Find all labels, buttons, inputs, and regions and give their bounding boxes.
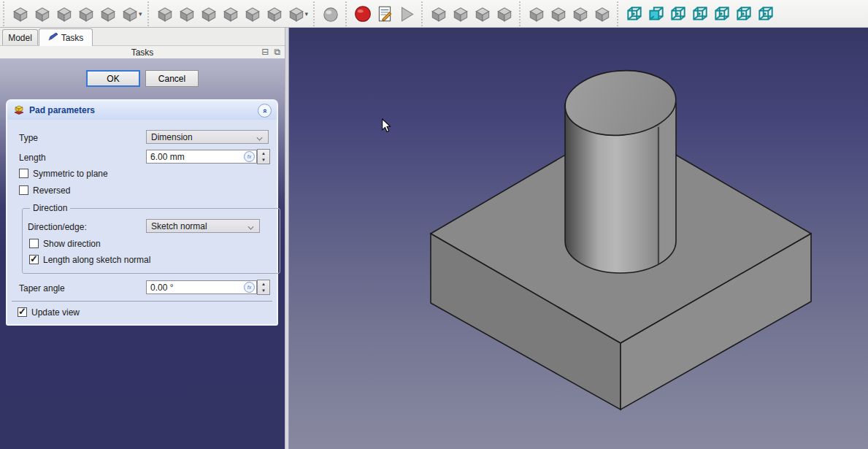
update-view-checkbox[interactable] [18, 307, 27, 317]
taper-angle-value: 0.00 ° [150, 283, 244, 293]
update-view-label: Update view [31, 307, 80, 318]
draft-icon[interactable] [472, 3, 493, 25]
toolbar-group-std-views [617, 1, 779, 26]
pad-model-scene [289, 28, 868, 449]
view-right-icon[interactable] [689, 3, 711, 25]
hole-icon[interactable] [176, 3, 198, 25]
additive-loft-icon[interactable] [53, 3, 75, 25]
pad-icon[interactable] [9, 3, 31, 25]
panel-title: Tasks [0, 47, 285, 58]
task-panel: Model Tasks Tasks ⊟ ⧉ OK Cancel [0, 28, 285, 449]
subtractive-primitive-dropdown-icon[interactable]: ▾ [305, 10, 309, 18]
type-value: Dimension [151, 132, 193, 142]
additive-pipe-icon[interactable] [75, 3, 97, 25]
chevron-down-icon [248, 224, 255, 229]
macro-execute-icon[interactable] [396, 3, 418, 25]
multitransform-icon[interactable] [591, 3, 613, 25]
pad-parameters-box: Pad parameters » Type Dimension Length 6… [6, 99, 278, 326]
view-front-icon[interactable] [645, 3, 667, 25]
float-panel-icon[interactable]: ⧉ [274, 47, 280, 57]
fillet-icon[interactable] [428, 3, 450, 25]
view-bottom-icon[interactable] [733, 3, 755, 25]
reversed-label: Reversed [33, 185, 70, 196]
tab-tasks-label: Tasks [61, 33, 84, 43]
spin-down-icon[interactable]: ▼ [258, 288, 269, 295]
cancel-button[interactable]: Cancel [145, 70, 199, 87]
tab-tasks[interactable]: Tasks [39, 28, 93, 46]
groove-icon[interactable] [198, 3, 220, 25]
mirrored-icon[interactable] [526, 3, 548, 25]
tab-model-label: Model [8, 33, 32, 43]
type-label: Type [19, 133, 38, 143]
toolbar-group-dress-up [421, 1, 518, 26]
spin-up-icon[interactable]: ▲ [258, 280, 269, 288]
view-rear-icon[interactable] [711, 3, 733, 25]
additive-primitive-icon[interactable] [119, 3, 141, 25]
direction-edge-value: Sketch normal [151, 221, 207, 231]
separator-line [12, 301, 272, 302]
toolbar-group-modeling-additive: ▾ [3, 1, 146, 26]
direction-group-label: Direction [30, 203, 70, 213]
pad-parameters-header: Pad parameters » [7, 101, 277, 120]
show-direction-checkbox[interactable] [29, 239, 39, 248]
task-panel-body: OK Cancel Pad parameters » Type [0, 58, 285, 449]
reversed-checkbox[interactable] [19, 185, 28, 195]
toolbar-group-transform [519, 1, 615, 26]
length-input[interactable]: 6.00 mm fx [146, 150, 257, 164]
chamfer-icon[interactable] [450, 3, 472, 25]
chevron-down-icon [257, 135, 264, 139]
pad-icon [13, 104, 25, 118]
type-combobox[interactable]: Dimension [146, 130, 269, 144]
view-isometric-icon[interactable] [623, 3, 645, 25]
pencil-icon [48, 32, 58, 43]
view-left-icon[interactable] [755, 3, 777, 25]
primitive-sphere-icon[interactable] [320, 3, 342, 25]
length-along-checkbox[interactable] [29, 255, 39, 264]
length-along-label: Length along sketch normal [43, 255, 150, 265]
length-value: 6.00 mm [150, 152, 244, 162]
panel-tabbar: Model Tasks [0, 28, 285, 46]
direction-edge-label: Direction/edge: [28, 222, 87, 232]
polar-pattern-icon[interactable] [569, 3, 591, 25]
3d-viewport[interactable] [289, 28, 868, 449]
additive-primitive-dropdown-icon[interactable]: ▾ [139, 10, 142, 18]
macro-record-icon[interactable] [352, 3, 374, 25]
direction-edge-combobox[interactable]: Sketch normal [146, 219, 260, 233]
pocket-icon[interactable] [154, 3, 176, 25]
toolbar-group-macro [345, 1, 420, 26]
tab-model[interactable]: Model [2, 29, 38, 45]
pad-parameters-title: Pad parameters [29, 105, 95, 115]
additive-helix-icon[interactable] [97, 3, 119, 25]
subtractive-helix-icon[interactable] [264, 3, 285, 25]
toolbar-group-modeling-subtractive: ▾ [147, 1, 312, 26]
collapse-taskbox-icon[interactable]: » [258, 104, 272, 118]
mouse-cursor [380, 118, 393, 133]
dock-panel-icon[interactable]: ⊟ [261, 47, 269, 57]
subtractive-primitive-icon[interactable] [285, 3, 307, 25]
length-label: Length [19, 153, 46, 163]
view-top-icon[interactable] [667, 3, 689, 25]
main-toolbar: ▾▾ [0, 0, 868, 28]
panel-titlebar: Tasks ⊟ ⧉ [0, 46, 285, 58]
subtractive-loft-icon[interactable] [242, 3, 264, 25]
linear-pattern-icon[interactable] [548, 3, 569, 25]
symmetric-checkbox[interactable] [19, 169, 28, 178]
symmetric-label: Symmetric to plane [33, 169, 108, 179]
subtractive-pipe-icon[interactable] [220, 3, 242, 25]
taper-angle-label: Taper angle [19, 283, 65, 293]
macro-edit-icon[interactable] [374, 3, 396, 25]
spin-down-icon[interactable]: ▼ [258, 157, 269, 164]
length-spinner[interactable]: ▲ ▼ [257, 149, 270, 164]
taper-angle-input[interactable]: 0.00 ° fx [146, 280, 257, 294]
thickness-icon[interactable] [493, 3, 515, 25]
expression-editor-icon[interactable]: fx [244, 282, 255, 293]
toolbar-group-primitive [313, 1, 344, 26]
revolution-icon[interactable] [31, 3, 53, 25]
ok-button[interactable]: OK [86, 70, 140, 87]
expression-editor-icon[interactable]: fx [244, 151, 255, 162]
spin-up-icon[interactable]: ▲ [258, 150, 269, 157]
show-direction-label: Show direction [43, 239, 101, 249]
taper-spinner[interactable]: ▲ ▼ [257, 280, 270, 295]
